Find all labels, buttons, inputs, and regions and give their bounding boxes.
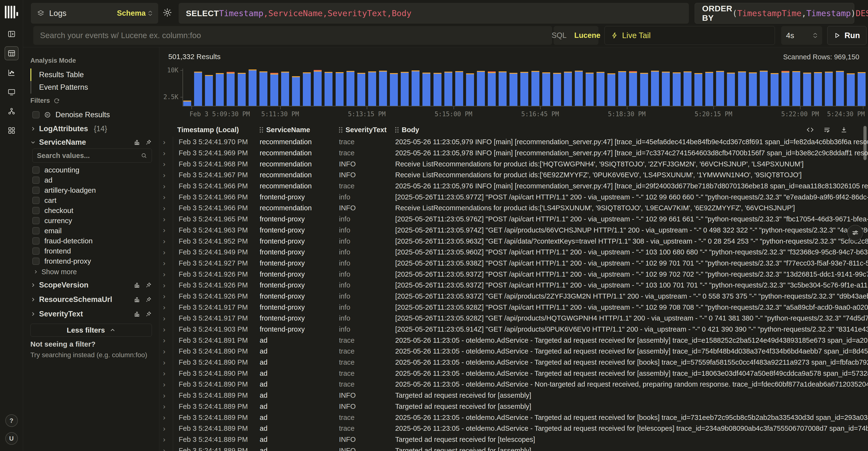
table-row[interactable]: ›Feb 3 5:24:41.889 PMadINFOTargeted ad r… <box>160 401 868 412</box>
histogram-bar[interactable] <box>314 71 322 106</box>
table-row[interactable]: ›Feb 3 5:24:41.926 PMfrontend-proxyinfo[… <box>160 280 868 291</box>
histogram-bar[interactable] <box>390 73 398 106</box>
value-checkbox[interactable] <box>32 227 39 234</box>
histogram-bar[interactable] <box>477 71 485 106</box>
value-checkbox[interactable] <box>32 217 39 224</box>
row-expand-chevron[interactable]: › <box>160 260 173 267</box>
query-language-toggle[interactable]: SQL Lucene <box>554 26 598 45</box>
source-selector[interactable]: Logs Schema <box>31 3 158 24</box>
histogram-bar[interactable] <box>760 71 768 106</box>
table-row[interactable]: ›Feb 3 5:24:41.926 PMfrontend-proxyinfo[… <box>160 269 868 280</box>
histogram-bar[interactable] <box>771 73 779 106</box>
facet-scopeversion[interactable]: ScopeVersion <box>30 279 152 291</box>
row-expand-chevron[interactable]: › <box>160 249 173 256</box>
row-expand-chevron[interactable]: › <box>160 348 173 355</box>
histogram-bar[interactable] <box>434 73 441 106</box>
facet-pin-icon[interactable] <box>145 282 152 289</box>
value-checkbox[interactable] <box>32 177 39 184</box>
histogram-bar[interactable] <box>423 72 430 106</box>
table-row[interactable]: ›Feb 3 5:24:41.966 PMrecommendationtrace… <box>160 181 868 192</box>
table-row[interactable]: ›Feb 3 5:24:41.952 PMfrontend-proxyinfo[… <box>160 236 868 247</box>
schema-button[interactable]: Schema <box>117 9 152 18</box>
histogram-bar[interactable] <box>618 71 626 106</box>
row-expand-chevron[interactable]: › <box>160 183 173 190</box>
row-expand-chevron[interactable]: › <box>160 436 173 443</box>
histogram-bar[interactable] <box>781 72 789 106</box>
table-row[interactable]: ›Feb 3 5:24:41.889 PMadINFOTargeted ad r… <box>160 390 868 401</box>
denoise-checkbox[interactable] <box>32 111 39 118</box>
service-value-frontend[interactable]: frontend <box>32 246 154 256</box>
facet-pin-icon[interactable] <box>145 311 152 318</box>
facet-chart-icon[interactable] <box>133 282 140 289</box>
column-header-severitytext[interactable]: SeverityText <box>339 126 395 134</box>
order-by-editor[interactable]: ORDER BY (TimestampTime, Timestamp) DESC <box>695 3 854 24</box>
row-expand-chevron[interactable]: › <box>160 293 173 300</box>
view-source-icon[interactable] <box>806 126 814 133</box>
histogram-bar[interactable] <box>847 73 855 106</box>
table-row[interactable]: ›Feb 3 5:24:41.889 PMadtrace2025-05-26 1… <box>160 412 868 423</box>
histogram-bar[interactable] <box>749 72 757 106</box>
app-logo-icon[interactable] <box>5 5 18 18</box>
histogram-bar[interactable] <box>629 72 637 106</box>
row-expand-chevron[interactable]: › <box>160 216 173 223</box>
histogram-bar[interactable] <box>684 71 691 106</box>
histogram-bar[interactable] <box>542 72 550 106</box>
table-row[interactable]: ›Feb 3 5:24:41.966 PMfrontend-proxyinfo[… <box>160 191 868 203</box>
service-value-cart[interactable]: cart <box>32 196 154 206</box>
table-row[interactable]: ›Feb 3 5:24:41.926 PMfrontend-proxyinfo[… <box>160 291 868 302</box>
histogram-bar[interactable] <box>520 72 528 106</box>
histogram-bar[interactable] <box>586 72 594 106</box>
row-expand-chevron[interactable]: › <box>160 150 173 157</box>
nav-search-table-icon[interactable] <box>5 46 19 60</box>
show-more-button[interactable]: Show more <box>32 266 154 277</box>
histogram-bar[interactable] <box>488 72 496 106</box>
facet-pin-icon[interactable] <box>145 139 152 146</box>
refresh-interval-select[interactable]: 4s <box>781 26 822 45</box>
histogram-bar[interactable] <box>803 72 811 106</box>
histogram-bar[interactable] <box>227 72 235 106</box>
histogram-bar[interactable] <box>792 71 800 106</box>
refresh-icon[interactable] <box>53 97 60 104</box>
histogram-bar[interactable] <box>553 73 561 106</box>
histogram-bar[interactable] <box>259 71 268 106</box>
less-filters-button[interactable]: Less filters <box>30 324 152 337</box>
row-expand-chevron[interactable]: › <box>160 139 173 146</box>
histogram-bar[interactable] <box>336 72 344 106</box>
histogram-bar[interactable] <box>346 71 354 106</box>
table-row[interactable]: ›Feb 3 5:24:41.949 PMfrontend-proxyinfo[… <box>160 247 868 258</box>
row-expand-chevron[interactable]: › <box>160 392 173 399</box>
value-checkbox[interactable] <box>32 187 39 194</box>
facet-search-input[interactable]: Search values... <box>32 149 152 162</box>
drag-handle-icon[interactable] <box>395 127 396 128</box>
table-row[interactable]: ›Feb 3 5:24:41.970 PMrecommendationtrace… <box>160 137 868 148</box>
histogram-bar[interactable] <box>836 71 844 106</box>
table-row[interactable]: ›Feb 3 5:24:41.890 PMadtrace2025-05-26 1… <box>160 368 868 379</box>
analysis-mode-event-patterns[interactable]: Event Patterns <box>30 81 152 94</box>
facet-pin-icon[interactable] <box>145 296 152 303</box>
histogram-bar[interactable] <box>716 71 724 106</box>
column-header-servicename[interactable]: ServiceName <box>260 126 339 134</box>
histogram-bar[interactable] <box>368 71 376 106</box>
nav-dashboards-icon[interactable] <box>5 85 19 99</box>
collapse-panel-icon[interactable] <box>5 27 19 41</box>
live-tail-button[interactable]: Live Tail <box>604 26 775 45</box>
nav-chart-explorer-icon[interactable] <box>5 66 19 80</box>
histogram-bar[interactable] <box>303 72 311 106</box>
row-expand-chevron[interactable]: › <box>160 326 173 333</box>
row-expand-chevron[interactable]: › <box>160 205 173 212</box>
table-row[interactable]: ›Feb 3 5:24:41.890 PMadtrace2025-05-26 1… <box>160 357 868 368</box>
row-expand-chevron[interactable]: › <box>160 193 173 201</box>
facet-chart-icon[interactable] <box>133 296 140 303</box>
value-checkbox[interactable] <box>32 247 39 255</box>
service-value-email[interactable]: email <box>32 226 154 236</box>
denoise-results-option[interactable]: Denoise Results <box>32 111 110 119</box>
histogram-bar[interactable] <box>705 72 713 106</box>
table-row[interactable]: ›Feb 3 5:24:41.890 PMadtrace2025-05-26 1… <box>160 346 868 357</box>
histogram-bar[interactable] <box>531 71 539 106</box>
row-expand-chevron[interactable]: › <box>160 381 173 388</box>
histogram-bar[interactable] <box>194 72 202 106</box>
histogram-bar[interactable] <box>401 72 409 106</box>
table-row[interactable]: ›Feb 3 5:24:41.891 PMadtrace2025-05-26 1… <box>160 335 868 346</box>
select-clause-editor[interactable]: SELECT Timestamp, ServiceName, SeverityT… <box>179 3 689 24</box>
histogram-bar[interactable] <box>564 72 572 106</box>
